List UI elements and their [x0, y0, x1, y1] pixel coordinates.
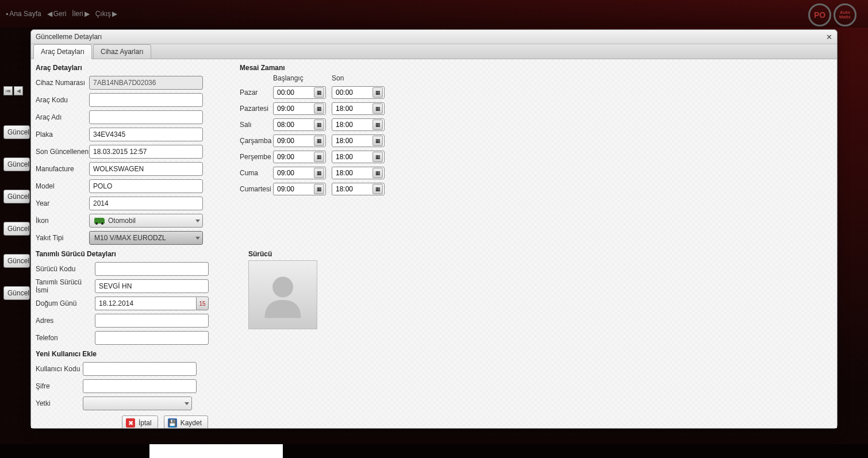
pazartesi-end-input[interactable]: 18:00▦	[332, 102, 385, 115]
bg-update-button[interactable]: Güncelle	[3, 254, 30, 268]
pazar-start-input[interactable]: 00:00▦	[273, 86, 326, 99]
bg-update-button[interactable]: Güncelle	[3, 286, 30, 300]
time-picker-icon[interactable]: ▦	[372, 103, 383, 114]
label-driver-dob: Doğum Günü	[36, 299, 95, 307]
carsamba-end-input[interactable]: 18:00▦	[332, 134, 385, 147]
persembe-start-input[interactable]: 09:00▦	[273, 151, 326, 163]
year-field[interactable]	[89, 197, 203, 210]
close-icon[interactable]: ✕	[824, 32, 834, 41]
label-driver-code: Sürücü Kodu	[36, 265, 95, 273]
bg-update-button[interactable]: Güncelle	[3, 157, 30, 171]
sali-start-input[interactable]: 08:00▦	[273, 118, 326, 131]
fuel-select-value: M10 V/MAX EURODZL	[94, 234, 166, 242]
new-user-column: Yeni Kullanıcı Ekle Kullanıcı Kodu Şifre…	[36, 350, 231, 412]
home-icon: ▪	[6, 10, 8, 18]
nav-exit-label: Çıkış	[95, 10, 111, 18]
tab-vehicle-details[interactable]: Araç Detayları	[33, 44, 92, 59]
chevron-down-icon	[185, 402, 189, 405]
driver-name-field[interactable]	[95, 279, 209, 293]
label-device-no: Cihaz Numarası	[36, 79, 89, 87]
time-picker-icon[interactable]: ▦	[372, 152, 383, 162]
pazartesi-start-input[interactable]: 09:00▦	[273, 102, 326, 115]
icon-select[interactable]: Otomobil	[89, 214, 203, 228]
bg-update-buttons: Güncelle Güncelle Güncelle Güncelle Günc…	[3, 125, 30, 300]
time-picker-icon[interactable]: ▦	[314, 120, 324, 130]
nav-back[interactable]: ◀ Geri	[47, 10, 67, 18]
vehicle-name-field[interactable]	[89, 110, 203, 124]
chevron-right-icon: ▶	[112, 10, 117, 18]
plate-field[interactable]	[89, 128, 203, 141]
persembe-end-input[interactable]: 18:00▦	[332, 151, 385, 163]
user-section-title: Yeni Kullanıcı Ekle	[36, 350, 231, 358]
label-driver-phone: Telefon	[36, 334, 95, 342]
time-picker-icon[interactable]: ▦	[372, 184, 383, 194]
nav-home[interactable]: ▪ Ana Sayfa	[6, 10, 41, 18]
cancel-button-label: İptal	[139, 419, 152, 427]
cuma-end-input[interactable]: 18:00▦	[332, 167, 385, 179]
user-code-field[interactable]	[83, 362, 197, 376]
tab-device-settings[interactable]: Cihaz Ayarları	[93, 44, 151, 59]
update-details-modal: Güncelleme Detayları ✕ Araç Detayları Ci…	[30, 29, 838, 429]
nav-forward[interactable]: İleri ▶	[72, 10, 89, 18]
driver-phone-field[interactable]	[95, 331, 209, 345]
fuel-select[interactable]: M10 V/MAX EURODZL	[89, 231, 203, 245]
nav-home-label: Ana Sayfa	[9, 10, 41, 18]
bg-update-button[interactable]: Güncelle	[3, 125, 30, 139]
pager-first-icon[interactable]: ⏮	[3, 86, 13, 95]
modal-tabs: Araç Detayları Cihaz Ayarları	[31, 44, 837, 59]
hours-row-pazar: Pazar 00:00▦ 00:00▦	[240, 84, 395, 101]
time-picker-icon[interactable]: ▦	[314, 103, 324, 114]
time-picker-icon[interactable]: ▦	[314, 87, 324, 98]
cumartesi-start-input[interactable]: 09:00▦	[273, 183, 326, 195]
model-field[interactable]	[89, 179, 203, 193]
label-year: Year	[36, 199, 89, 207]
time-picker-icon[interactable]: ▦	[314, 136, 324, 146]
time-picker-icon[interactable]: ▦	[314, 168, 324, 178]
vehicle-section-title: Araç Detayları	[36, 64, 240, 72]
label-user-pass: Şifre	[36, 382, 83, 390]
chevron-right-icon: ▶	[85, 10, 90, 18]
car-icon	[94, 218, 105, 224]
label-vehicle-code: Araç Kodu	[36, 96, 89, 104]
driver-address-field[interactable]	[95, 314, 209, 328]
time-picker-icon[interactable]: ▦	[372, 136, 383, 146]
avatar	[248, 260, 317, 329]
calendar-icon[interactable]: 15	[196, 297, 209, 310]
cancel-button[interactable]: ✖ İptal	[122, 415, 158, 428]
label-user-role: Yetki	[36, 399, 83, 407]
driver-code-field[interactable]	[95, 262, 209, 276]
user-pass-field[interactable]	[83, 379, 197, 393]
bg-pager: ⏮ ◀	[3, 86, 23, 95]
user-role-select[interactable]	[83, 397, 192, 410]
time-picker-icon[interactable]: ▦	[372, 168, 383, 178]
bg-update-button[interactable]: Güncelle	[3, 222, 30, 236]
hours-section-title: Mesai Zamanı	[240, 64, 395, 72]
chevron-left-icon: ◀	[47, 10, 52, 18]
nav-forward-label: İleri	[72, 10, 83, 18]
driver-photo-label: Sürücü	[248, 250, 317, 258]
save-button[interactable]: 💾 Kaydet	[164, 415, 208, 428]
label-last-updated: Son Güncellenen	[36, 148, 89, 156]
brand-logo: PO Auto Matic	[808, 3, 857, 26]
time-picker-icon[interactable]: ▦	[314, 184, 324, 194]
driver-dob-field[interactable]	[95, 297, 196, 310]
sali-end-input[interactable]: 18:00▦	[332, 118, 385, 131]
cumartesi-end-input[interactable]: 18:00▦	[332, 183, 385, 195]
time-picker-icon[interactable]: ▦	[314, 152, 324, 162]
nav-exit[interactable]: Çıkış ▶	[95, 10, 117, 18]
time-picker-icon[interactable]: ▦	[372, 120, 383, 130]
pazar-end-input[interactable]: 00:00▦	[332, 86, 385, 99]
carsamba-start-input[interactable]: 09:00▦	[273, 134, 326, 147]
manufacture-field[interactable]	[89, 162, 203, 176]
modal-button-bar: ✖ İptal 💾 Kaydet	[122, 415, 832, 428]
label-icon: İkon	[36, 217, 89, 225]
hours-row-carsamba: Çarşamba 09:00▦ 18:00▦	[240, 133, 395, 149]
modal-titlebar: Güncelleme Detayları ✕	[31, 30, 837, 44]
cuma-start-input[interactable]: 09:00▦	[273, 167, 326, 179]
time-picker-icon[interactable]: ▦	[372, 87, 383, 98]
vehicle-code-field[interactable]	[89, 93, 203, 107]
pager-prev-icon[interactable]: ◀	[14, 86, 23, 95]
bg-update-button[interactable]: Güncelle	[3, 190, 30, 203]
last-updated-field[interactable]	[89, 145, 203, 159]
label-manufacture: Manufacture	[36, 165, 89, 173]
